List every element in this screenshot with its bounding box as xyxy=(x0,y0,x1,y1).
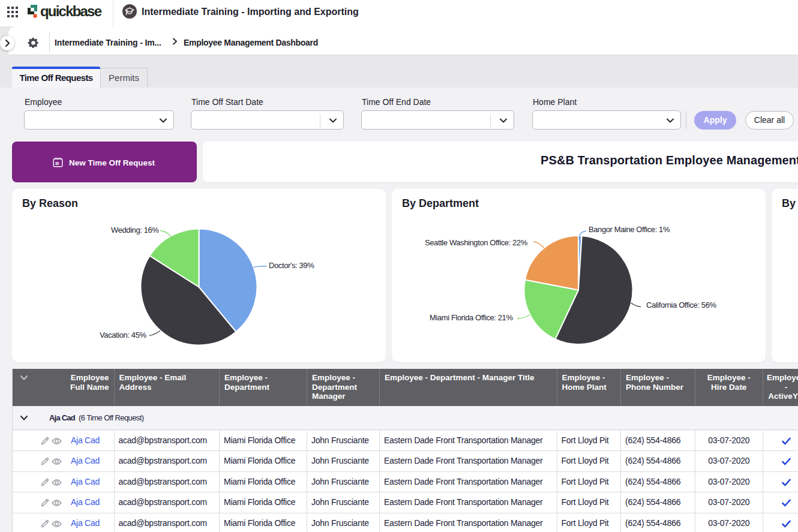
svg-text:30: 30 xyxy=(55,161,59,166)
